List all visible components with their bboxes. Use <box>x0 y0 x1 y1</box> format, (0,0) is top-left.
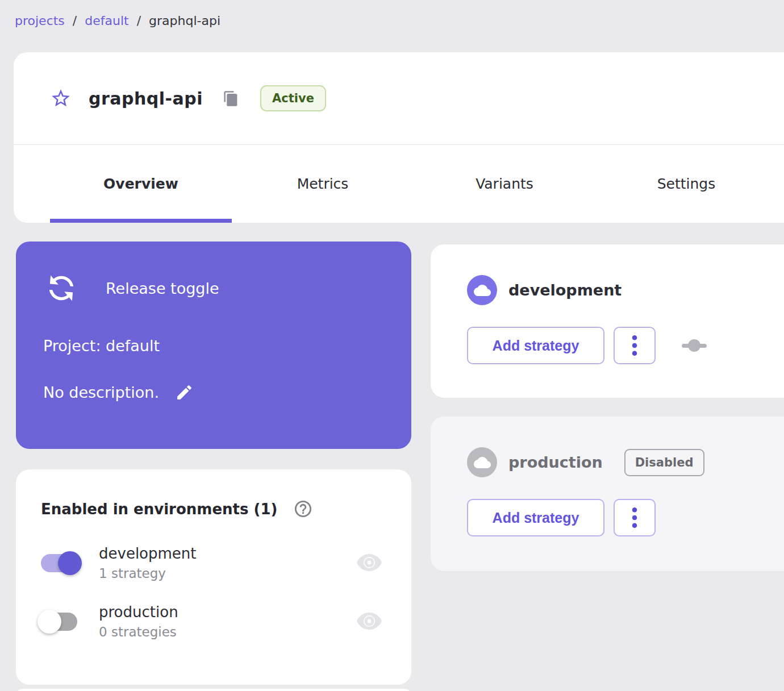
breadcrumb-separator: / <box>137 14 141 28</box>
environment-card-header: development <box>467 275 784 305</box>
page-title: graphql-api <box>89 89 203 109</box>
environment-name: development <box>99 545 197 562</box>
tab-settings[interactable]: Settings <box>595 145 777 223</box>
next-card-peek <box>16 689 411 691</box>
environment-card-development: development Add strategy <box>431 244 784 398</box>
environment-card-name: development <box>508 281 622 299</box>
description-text: No description. <box>43 384 159 401</box>
production-toggle[interactable] <box>41 610 78 634</box>
disabled-badge: Disabled <box>624 449 704 476</box>
add-strategy-button[interactable]: Add strategy <box>467 327 604 364</box>
tab-variants[interactable]: Variants <box>414 145 595 223</box>
breadcrumb: projects / default / graphql-api <box>15 14 220 28</box>
cloud-icon <box>467 275 497 305</box>
tab-metrics[interactable]: Metrics <box>232 145 414 223</box>
environment-card-actions: Add strategy <box>467 327 784 364</box>
feature-header-card: graphql-api Active Overview Metrics Vari… <box>14 52 784 223</box>
tab-bar: Overview Metrics Variants Settings <box>14 145 784 223</box>
add-strategy-button[interactable]: Add strategy <box>467 499 604 536</box>
edit-pencil-icon[interactable] <box>175 383 194 402</box>
breadcrumb-separator: / <box>73 14 77 28</box>
enabled-environments-panel: Enabled in environments (1) development … <box>16 469 411 685</box>
kebab-menu-button[interactable] <box>614 499 656 536</box>
project-label: Project: default <box>43 337 384 355</box>
eye-icon[interactable] <box>356 553 383 573</box>
enabled-environments-heading: Enabled in environments (1) <box>41 499 398 519</box>
eye-icon[interactable] <box>356 612 383 631</box>
copy-icon[interactable] <box>223 90 239 107</box>
breadcrumb-link-projects[interactable]: projects <box>15 14 65 28</box>
feature-title-row: graphql-api Active <box>14 52 784 145</box>
feature-type-label: Release toggle <box>106 280 219 297</box>
tab-overview[interactable]: Overview <box>50 145 232 223</box>
strategy-slider-icon <box>682 338 707 353</box>
favorite-star-icon[interactable] <box>50 88 72 109</box>
status-badge: Active <box>260 85 326 111</box>
environment-strategy-count: 0 strategies <box>99 625 178 639</box>
kebab-dots-icon <box>632 507 637 528</box>
environment-card-production: production Disabled Add strategy <box>431 417 784 571</box>
kebab-menu-button[interactable] <box>614 327 656 364</box>
feature-type-row: Release toggle <box>43 270 384 306</box>
environment-card-name: production <box>508 453 603 471</box>
environment-card-actions: Add strategy <box>467 499 784 536</box>
development-toggle[interactable] <box>41 551 78 575</box>
environment-name: production <box>99 603 178 621</box>
kebab-dots-icon <box>632 335 637 356</box>
release-loop-icon <box>36 263 87 314</box>
breadcrumb-link-default[interactable]: default <box>85 14 128 28</box>
enabled-environments-title: Enabled in environments (1) <box>41 501 277 518</box>
feature-overview-card: Release toggle Project: default No descr… <box>16 242 411 449</box>
environment-strategy-count: 1 strategy <box>99 566 197 581</box>
environment-card-header: production Disabled <box>467 447 784 477</box>
breadcrumb-current: graphql-api <box>149 14 220 28</box>
description-row: No description. <box>43 383 384 402</box>
cloud-icon <box>467 447 497 477</box>
environment-row-production: production 0 strategies <box>41 603 398 639</box>
environment-row-development: development 1 strategy <box>41 545 398 581</box>
help-icon[interactable] <box>293 499 313 519</box>
